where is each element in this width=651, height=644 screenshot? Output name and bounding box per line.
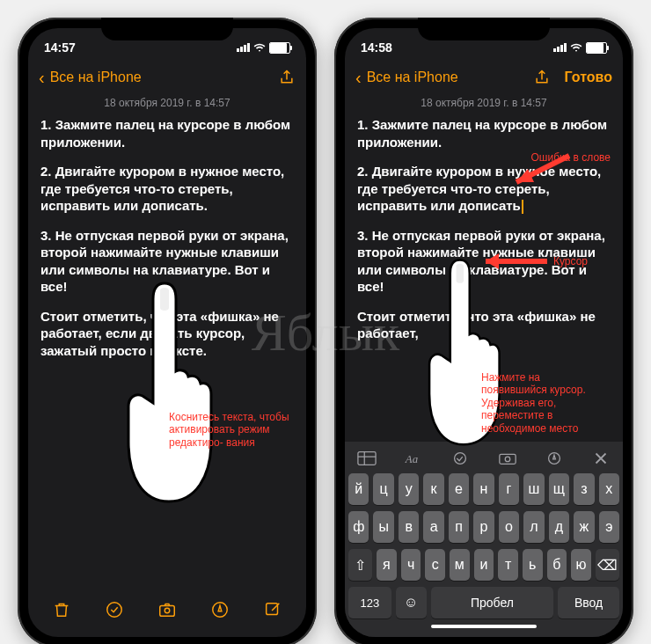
note-paragraph: 2. Двигайте курором в нужное место, где …: [40, 163, 294, 215]
key-и[interactable]: и: [474, 549, 494, 581]
back-chevron-icon[interactable]: ‹: [355, 68, 362, 88]
battery-icon: [586, 42, 607, 54]
annotation-text: Нажмите на появившийся курсор. Удерживая…: [481, 371, 604, 435]
key-у[interactable]: у: [399, 473, 419, 505]
arrow-icon: [472, 248, 552, 274]
bottom-toolbar: [28, 589, 306, 637]
delete-key[interactable]: ⌫: [596, 549, 619, 581]
status-time: 14:57: [44, 40, 76, 55]
key-щ[interactable]: щ: [549, 473, 569, 505]
svg-point-9: [505, 457, 510, 462]
key-з[interactable]: з: [574, 473, 594, 505]
keyboard-row: ⇧ ячсмитьбю ⌫: [348, 549, 619, 581]
key-ю[interactable]: ю: [571, 549, 591, 581]
phone-right: 14:58 ‹ Все на iPhone Готово 18 октября …: [334, 18, 633, 644]
svg-point-2: [165, 608, 170, 613]
keyboard-row: йцукенгшщзх: [348, 473, 619, 505]
screen-left: 14:57 ‹ Все на iPhone 18 октября 2019 г.…: [28, 28, 306, 637]
note-timestamp: 18 октября 2019 г. в 14:57: [345, 95, 623, 116]
compose-icon[interactable]: [263, 600, 282, 619]
emoji-key[interactable]: ☺: [396, 587, 427, 618]
note-paragraph: Стоит отметить, что эта «фишка» не работ…: [40, 308, 294, 360]
note-timestamp: 18 октября 2019 г. в 14:57: [28, 95, 306, 116]
screen-right: 14:58 ‹ Все на iPhone Готово 18 октября …: [345, 28, 623, 637]
phone-left: 14:57 ‹ Все на iPhone 18 октября 2019 г.…: [18, 18, 317, 644]
key-ч[interactable]: ч: [401, 549, 421, 581]
home-indicator[interactable]: [431, 625, 537, 628]
note-paragraph: 3. Не отпуская первой руки от экрана, вт…: [40, 227, 294, 296]
key-м[interactable]: м: [450, 549, 470, 581]
space-key[interactable]: Пробел: [431, 587, 554, 618]
shift-key[interactable]: ⇧: [348, 549, 372, 581]
svg-text:Aa: Aa: [405, 453, 418, 465]
note-content[interactable]: 1. Зажмите палец на курсоре в любом прил…: [28, 116, 306, 589]
key-г[interactable]: г: [499, 473, 519, 505]
done-button[interactable]: Готово: [565, 70, 612, 85]
wifi-icon: [253, 41, 266, 54]
close-kb-icon[interactable]: [591, 450, 611, 466]
key-н[interactable]: н: [473, 473, 494, 505]
key-п[interactable]: п: [449, 511, 469, 543]
signal-icon: [237, 43, 250, 52]
keyboard-toolbar: Aa: [348, 447, 619, 473]
svg-rect-5: [358, 452, 376, 465]
text-cursor[interactable]: [522, 200, 523, 214]
numbers-key[interactable]: 123: [348, 587, 391, 618]
arrow-icon: [503, 134, 574, 195]
checklist-kb-icon[interactable]: [450, 450, 470, 466]
status-time: 14:58: [361, 40, 392, 55]
nav-bar: ‹ Все на iPhone Готово: [345, 63, 623, 95]
svg-point-7: [455, 453, 466, 465]
key-й[interactable]: й: [348, 473, 369, 505]
keyboard-row: 123 ☺ Пробел Ввод: [348, 587, 619, 618]
keyboard-row: фывапролджэ: [348, 511, 619, 543]
key-с[interactable]: с: [425, 549, 445, 581]
key-к[interactable]: к: [423, 473, 443, 505]
key-а[interactable]: а: [423, 511, 443, 543]
key-л[interactable]: л: [523, 511, 544, 543]
key-б[interactable]: б: [547, 549, 567, 581]
draw-icon[interactable]: [210, 600, 230, 619]
enter-key[interactable]: Ввод: [558, 587, 619, 618]
notch: [418, 18, 550, 40]
key-х[interactable]: х: [599, 473, 619, 505]
annotation-text: Коснитесь текста, чтобы активировать реж…: [169, 411, 292, 449]
key-т[interactable]: т: [498, 549, 518, 581]
back-button[interactable]: Все на iPhone: [50, 70, 273, 85]
svg-rect-4: [267, 604, 278, 615]
status-indicators: [553, 41, 607, 54]
battery-icon: [269, 42, 290, 54]
share-icon[interactable]: [533, 67, 551, 88]
annotation-text: Ошибка в слове: [531, 151, 611, 164]
trash-icon[interactable]: [52, 600, 71, 619]
key-ы[interactable]: ы: [373, 511, 393, 543]
status-indicators: [237, 41, 290, 54]
nav-bar: ‹ Все на iPhone: [28, 63, 306, 95]
key-ш[interactable]: ш: [523, 473, 544, 505]
camera-kb-icon[interactable]: [498, 450, 517, 466]
key-ь[interactable]: ь: [523, 549, 543, 581]
key-я[interactable]: я: [377, 549, 397, 581]
draw-kb-icon[interactable]: [545, 450, 564, 466]
annotation-text: Курсор: [553, 255, 588, 267]
signal-icon: [553, 43, 567, 52]
key-о[interactable]: о: [499, 511, 519, 543]
key-э[interactable]: э: [599, 511, 619, 543]
share-icon[interactable]: [278, 67, 296, 88]
camera-icon[interactable]: [157, 600, 177, 619]
svg-rect-8: [499, 454, 515, 464]
notch: [101, 18, 233, 40]
key-ф[interactable]: ф: [348, 511, 369, 543]
key-д[interactable]: д: [549, 511, 569, 543]
back-button[interactable]: Все на iPhone: [367, 70, 528, 85]
key-ж[interactable]: ж: [574, 511, 594, 543]
format-icon[interactable]: Aa: [404, 450, 423, 466]
svg-point-0: [107, 603, 122, 618]
table-icon[interactable]: [357, 450, 377, 466]
key-р[interactable]: р: [473, 511, 494, 543]
key-е[interactable]: е: [449, 473, 469, 505]
checklist-icon[interactable]: [105, 600, 124, 619]
key-ц[interactable]: ц: [373, 473, 393, 505]
key-в[interactable]: в: [399, 511, 419, 543]
back-chevron-icon[interactable]: ‹: [39, 68, 45, 88]
